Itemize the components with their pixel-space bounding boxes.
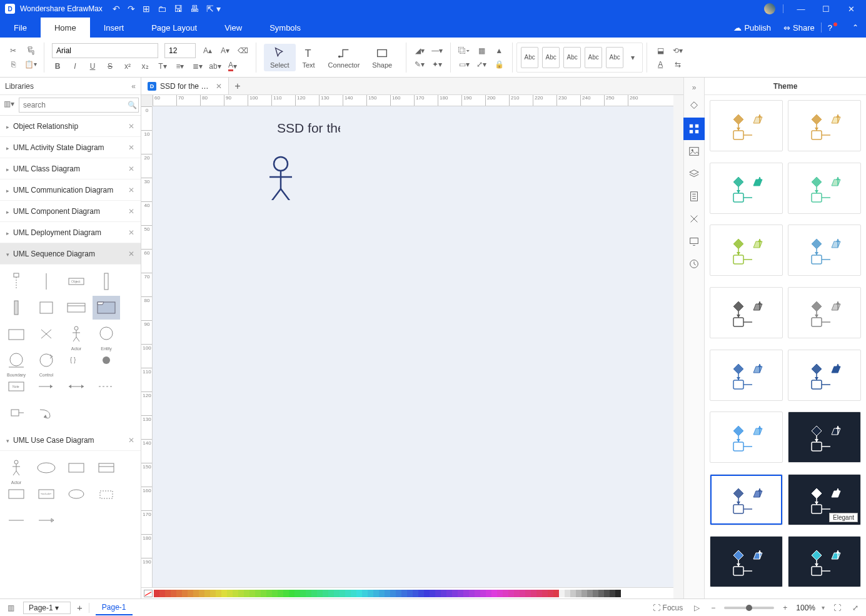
font-size-combo[interactable] (164, 43, 196, 58)
theme-card[interactable] (788, 412, 861, 463)
color-swatch[interactable] (328, 590, 334, 597)
color-swatch[interactable] (204, 590, 210, 597)
color-swatch[interactable] (407, 590, 413, 597)
close-category-icon[interactable]: ✕ (128, 436, 134, 445)
color-swatch[interactable] (458, 590, 463, 597)
theme-card[interactable]: Elegant (788, 474, 861, 525)
color-swatch[interactable] (261, 590, 266, 597)
color-swatch[interactable] (531, 590, 536, 597)
shape-item[interactable] (3, 270, 30, 293)
text-align-icon[interactable]: ≡▾ (174, 61, 186, 72)
color-swatch[interactable] (486, 590, 491, 597)
color-swatch[interactable] (159, 590, 165, 597)
shape-item[interactable] (93, 375, 120, 398)
category-uml-communication-diagram[interactable]: ▸UML Communication Diagram✕ (0, 179, 141, 201)
print-icon[interactable]: 🖶 (190, 4, 199, 14)
size-icon[interactable]: ⤢▾ (476, 59, 487, 70)
search-icon[interactable]: 🔍 (128, 101, 137, 109)
format-painter-icon[interactable] (25, 45, 36, 56)
subscript-icon[interactable]: x₂ (139, 61, 151, 72)
arrange-icon[interactable]: ▭▾ (458, 59, 470, 70)
theme-card[interactable] (710, 163, 783, 214)
effects-icon[interactable]: ✦▾ (431, 59, 443, 70)
shape-item[interactable]: «include» (33, 482, 60, 506)
theme-card[interactable] (710, 287, 783, 338)
cut-icon[interactable]: ✂ (8, 45, 19, 56)
shape-item[interactable]: Note (3, 375, 30, 398)
bullet-list-icon[interactable]: ≣▾ (192, 61, 203, 72)
style-swatch[interactable]: Abc (563, 47, 581, 68)
color-swatch[interactable] (216, 590, 221, 597)
search-input[interactable] (19, 98, 139, 113)
color-swatch[interactable] (525, 590, 531, 597)
shape-item[interactable] (3, 322, 30, 346)
theme-card[interactable] (710, 225, 783, 276)
present-panel-icon[interactable] (683, 230, 705, 253)
color-swatch[interactable] (576, 590, 582, 597)
color-swatch[interactable] (255, 590, 261, 597)
shape-item[interactable]: Actor (63, 322, 90, 346)
close-category-icon[interactable]: ✕ (128, 228, 134, 237)
category-uml-class-diagram[interactable]: ▸UML Class Diagram✕ (0, 158, 141, 179)
paste-icon[interactable]: 📋▾ (25, 59, 36, 70)
color-swatch[interactable] (306, 590, 311, 597)
fill-icon[interactable]: ◢▾ (414, 45, 425, 56)
shape-item[interactable] (63, 456, 90, 480)
color-swatch[interactable] (570, 590, 576, 597)
color-swatch[interactable] (435, 590, 441, 597)
color-swatch[interactable] (188, 590, 193, 597)
shape-tool[interactable]: Shape (366, 44, 398, 71)
close-button[interactable]: ✕ (841, 4, 861, 14)
close-category-icon[interactable]: ✕ (128, 143, 134, 152)
font-color-icon[interactable]: A▾ (227, 61, 238, 72)
superscript-icon[interactable]: x² (122, 61, 133, 72)
category-uml-sequence-diagram[interactable]: ▾UML Sequence Diagram✕ (0, 243, 141, 265)
add-page-button[interactable]: + (77, 602, 83, 613)
shape-item[interactable] (33, 508, 60, 532)
menu-tab-symbols[interactable]: Symbols (256, 18, 315, 38)
color-swatch[interactable] (356, 590, 362, 597)
actor-cashier[interactable]: :Cashier (246, 157, 315, 200)
color-swatch[interactable] (475, 590, 480, 597)
theme-card[interactable] (788, 350, 861, 401)
shape-item[interactable]: Boundary (3, 348, 30, 372)
redo-icon[interactable]: ↷ (128, 4, 135, 14)
close-category-icon[interactable]: ✕ (128, 164, 134, 173)
color-swatch[interactable] (441, 590, 446, 597)
theme-card[interactable] (788, 287, 861, 338)
color-swatch[interactable] (272, 590, 278, 597)
color-swatch[interactable] (413, 590, 418, 597)
style-more-icon[interactable]: ▾ (627, 52, 638, 63)
layers-panel-icon[interactable] (683, 163, 705, 185)
color-swatch[interactable] (289, 590, 295, 597)
shape-item[interactable] (3, 401, 30, 425)
shape-item[interactable] (93, 270, 120, 293)
minimize-button[interactable]: — (791, 4, 811, 14)
highlight-icon[interactable]: ab▾ (209, 61, 221, 72)
color-swatch[interactable] (171, 590, 176, 597)
align-icon[interactable]: ▦ (476, 45, 487, 56)
shape-item[interactable] (93, 482, 120, 506)
collapse-ribbon-button[interactable]: ⌃ (845, 18, 866, 38)
fit-page-icon[interactable]: ⛶ (831, 603, 843, 612)
distribute-icon[interactable]: ▲ (493, 45, 505, 56)
zoom-out-button[interactable]: − (708, 603, 718, 612)
save-icon[interactable]: 🖫 (174, 4, 183, 14)
color-swatch[interactable] (604, 590, 610, 597)
line-style-icon[interactable]: —▾ (431, 45, 443, 56)
style-swatch[interactable]: Abc (606, 47, 623, 68)
zoom-in-button[interactable]: + (780, 603, 790, 612)
color-swatch[interactable] (345, 590, 351, 597)
color-swatch[interactable] (227, 590, 233, 597)
fullscreen-icon[interactable]: ⤢ (850, 603, 861, 612)
shape-item[interactable] (33, 296, 60, 320)
style-swatch[interactable]: Abc (542, 47, 560, 68)
theme-card[interactable] (788, 163, 861, 214)
color-swatch[interactable] (598, 590, 604, 597)
font-style-icon[interactable]: A (655, 59, 666, 70)
page-tab[interactable]: Page-1 (96, 600, 133, 615)
no-color-swatch[interactable] (144, 590, 153, 597)
shape-item[interactable] (33, 401, 60, 425)
spacing-icon[interactable]: ⇆ (672, 59, 683, 70)
theme-card[interactable] (788, 225, 861, 276)
